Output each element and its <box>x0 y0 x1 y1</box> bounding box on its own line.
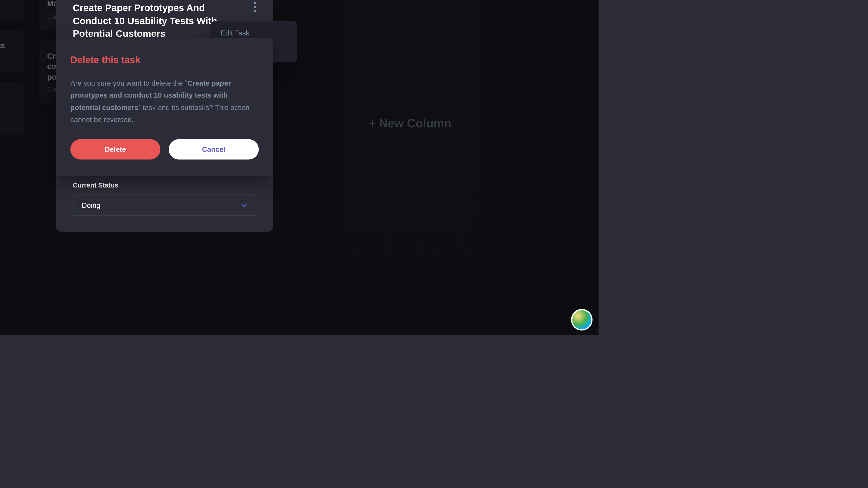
delete-confirm-button[interactable]: Delete <box>70 139 160 159</box>
cancel-button[interactable]: Cancel <box>168 139 258 159</box>
status-select[interactable]: Doing <box>73 195 256 216</box>
delete-modal-body: Are you sure you want to delete the `Cre… <box>70 77 258 126</box>
delete-confirm-modal: Delete this task Are you sure you want t… <box>56 38 273 176</box>
status-label: Current Status <box>73 182 256 189</box>
task-menu-kebab-icon[interactable] <box>254 2 256 12</box>
avatar[interactable] <box>571 309 592 330</box>
status-value: Doing <box>82 201 100 209</box>
delete-modal-title: Delete this task <box>70 55 258 65</box>
edit-task-menu-item[interactable]: Edit Task <box>221 29 287 37</box>
chevron-down-icon <box>241 203 247 207</box>
